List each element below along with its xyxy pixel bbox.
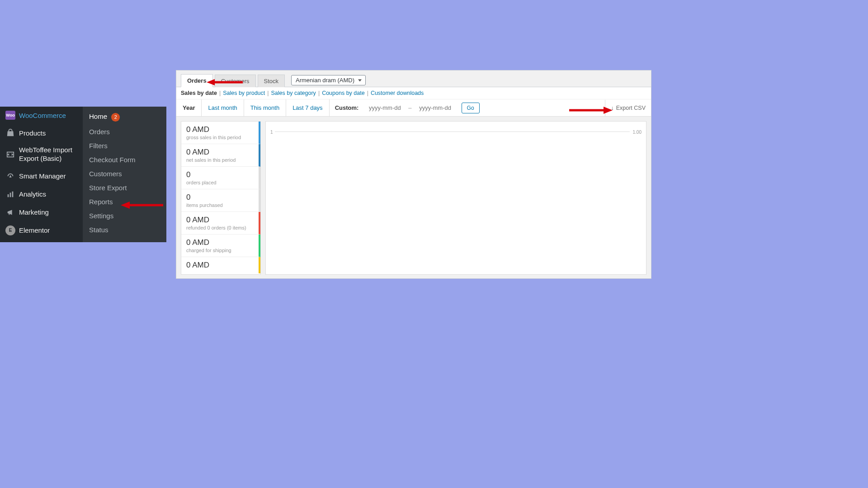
date-range-row: Year Last month This month Last 7 days C… (176, 99, 651, 117)
megaphone-icon (5, 207, 15, 217)
reports-tabs: Orders Customers Stock Armenian dram (AM… (176, 70, 651, 87)
menu-analytics[interactable]: Analytics (0, 185, 83, 203)
filter-sales-by-category[interactable]: Sales by category (271, 90, 316, 96)
tab-customers[interactable]: Customers (215, 75, 256, 87)
bag-icon (5, 128, 15, 138)
filter-customer-downloads[interactable]: Customer downloads (371, 90, 424, 96)
menu-products[interactable]: Products (0, 124, 83, 142)
svg-rect-3 (12, 191, 14, 197)
submenu-filters[interactable]: Filters (83, 139, 166, 153)
stat-items-purchased[interactable]: 0 items purchased (181, 189, 260, 212)
import-export-icon (5, 150, 15, 160)
stat-net-sales[interactable]: 0 AMD net sales in this period (181, 144, 260, 167)
woo-icon: Woo (5, 111, 15, 120)
submenu-customers[interactable]: Customers (83, 167, 166, 181)
stat-shipping[interactable]: 0 AMD charged for shipping (181, 235, 260, 257)
wp-main-menu: Woo WooCommerce Products WebToffee Impor… (0, 107, 83, 242)
filter-coupons-by-date[interactable]: Coupons by date (322, 90, 365, 96)
sub-filter-row: Sales by date | Sales by product | Sales… (176, 87, 651, 99)
chart-tick-right: 1.00 (633, 130, 642, 135)
stat-extra[interactable]: 0 AMD (181, 257, 260, 273)
menu-label: Analytics (19, 190, 46, 198)
submenu-settings[interactable]: Settings (83, 209, 166, 223)
submenu-orders[interactable]: Orders (83, 125, 166, 139)
menu-label: WebToffee Import Export (Basic) (19, 146, 78, 163)
chart-area: 1 1.00 (265, 121, 646, 275)
home-badge: 2 (111, 113, 120, 122)
gauge-icon (5, 171, 15, 181)
menu-marketing[interactable]: Marketing (0, 203, 83, 221)
bars-icon (5, 189, 15, 199)
elementor-icon: E (5, 225, 15, 235)
menu-label: WooCommerce (19, 112, 66, 119)
menu-label: Elementor (19, 226, 50, 234)
stat-refunded[interactable]: 0 AMD refunded 0 orders (0 items) (181, 212, 260, 235)
range-this-month[interactable]: This month (244, 99, 286, 116)
range-last-month[interactable]: Last month (202, 99, 244, 116)
tab-stock[interactable]: Stock (258, 75, 285, 87)
wp-admin-sidebar: Woo WooCommerce Products WebToffee Impor… (0, 107, 166, 242)
stat-gross-sales[interactable]: 0 AMD gross sales in this period (181, 122, 260, 144)
report-body: 0 AMD gross sales in this period 0 AMD n… (176, 117, 651, 279)
menu-label: Smart Manager (19, 172, 66, 180)
go-button[interactable]: Go (462, 103, 480, 113)
custom-label: Custom: (330, 104, 364, 111)
filter-sales-by-product[interactable]: Sales by product (223, 90, 265, 96)
submenu-store-export[interactable]: Store Export (83, 181, 166, 195)
submenu-status[interactable]: Status (83, 223, 166, 237)
submenu-reports[interactable]: Reports (83, 195, 166, 209)
submenu-checkout-form[interactable]: Checkout Form (83, 153, 166, 167)
date-to-input[interactable] (415, 103, 456, 112)
export-csv-button[interactable]: ↓ Export CSV (605, 100, 651, 116)
wp-submenu: Home 2 Orders Filters Checkout Form Cust… (83, 107, 166, 242)
menu-label: Products (19, 129, 46, 137)
svg-rect-1 (8, 194, 9, 197)
stat-list: 0 AMD gross sales in this period 0 AMD n… (181, 121, 261, 275)
chart-gridline (275, 131, 630, 132)
menu-woocommerce[interactable]: Woo WooCommerce (0, 107, 83, 124)
menu-elementor[interactable]: E Elementor (0, 221, 83, 239)
submenu-home[interactable]: Home 2 (83, 109, 166, 125)
submenu-label: Home (89, 113, 107, 120)
range-year[interactable]: Year (176, 99, 202, 116)
tab-orders[interactable]: Orders (181, 74, 213, 87)
download-icon: ↓ (611, 105, 613, 111)
currency-select[interactable]: Armenian dram (AMD) (291, 75, 366, 85)
svg-rect-2 (10, 192, 11, 197)
chart-tick-left: 1 (270, 130, 273, 135)
menu-smart-manager[interactable]: Smart Manager (0, 167, 83, 185)
menu-webtoffee[interactable]: WebToffee Import Export (Basic) (0, 142, 83, 167)
stat-orders-placed[interactable]: 0 orders placed (181, 167, 260, 189)
menu-label: Marketing (19, 208, 49, 216)
reports-panel: Orders Customers Stock Armenian dram (AM… (176, 70, 651, 279)
filter-sales-by-date[interactable]: Sales by date (181, 90, 217, 96)
range-last-7-days[interactable]: Last 7 days (286, 99, 330, 116)
date-from-input[interactable] (364, 103, 406, 112)
